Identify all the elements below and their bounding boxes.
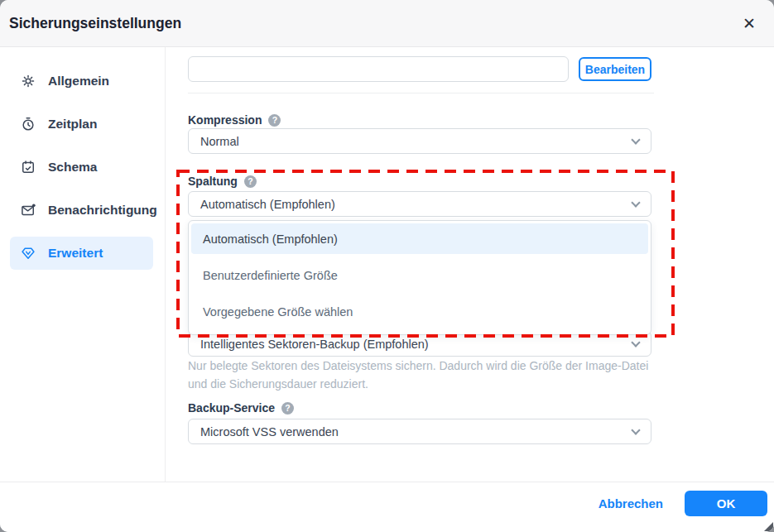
dropdown-option-benutzerdefiniert[interactable]: Benutzerdefinierte Größe (191, 257, 648, 294)
sidebar-item-label: Erweitert (48, 246, 103, 261)
edit-button[interactable]: Bearbeiten (579, 57, 651, 81)
sidebar-item-label: Schema (48, 160, 97, 175)
close-icon[interactable]: ✕ (738, 12, 761, 35)
backup-name-input[interactable] (188, 56, 569, 82)
backup-service-label: Backup-Service (188, 401, 275, 415)
help-icon[interactable]: ? (244, 175, 257, 188)
gem-icon (20, 245, 36, 261)
backup-service-select[interactable]: Microsoft VSS verwenden (188, 419, 651, 444)
help-icon[interactable]: ? (268, 114, 281, 127)
chevron-down-icon (631, 198, 640, 207)
backup-settings-dialog: Sicherungseinstellungen ✕ Allgemein Ze (0, 0, 774, 532)
timer-icon (20, 116, 36, 132)
settings-sidebar: Allgemein Zeitplan Schema (0, 47, 166, 482)
compression-label: Kompression (188, 113, 262, 127)
sidebar-item-label: Allgemein (48, 74, 109, 89)
dialog-header: Sicherungseinstellungen ✕ (0, 0, 774, 47)
sidebar-item-benachrichtigung[interactable]: Benachrichtigung (10, 194, 153, 227)
sidebar-item-erweitert[interactable]: Erweitert (10, 237, 153, 270)
sector-backup-value: Intelligentes Sektoren-Backup (Empfohlen… (200, 338, 632, 351)
splitting-dropdown-panel: Automatisch (Empfohlen) Benutzerdefinier… (188, 220, 651, 335)
calendar-check-icon (20, 159, 36, 175)
backup-service-value: Microsoft VSS verwenden (200, 425, 632, 439)
section-divider (188, 93, 654, 93)
splitting-label-row: Spaltung ? (188, 175, 257, 188)
cancel-button[interactable]: Abbrechen (599, 491, 663, 516)
sidebar-item-zeitplan[interactable]: Zeitplan (10, 108, 153, 141)
sidebar-item-label: Benachrichtigung (48, 203, 157, 218)
chevron-down-icon (631, 135, 640, 144)
sector-backup-description: Nur belegte Sektoren des Dateisystems si… (188, 357, 658, 393)
dialog-footer: Abbrechen OK (0, 482, 774, 532)
dropdown-option-automatisch[interactable]: Automatisch (Empfohlen) (191, 223, 648, 254)
splitting-select[interactable]: Automatisch (Empfohlen) (188, 191, 651, 217)
chevron-down-icon (631, 338, 640, 347)
compression-label-row: Kompression ? (188, 113, 281, 127)
dialog-title: Sicherungseinstellungen (9, 15, 738, 32)
settings-content: Bearbeiten Kompression ? Normal Spaltung… (166, 47, 774, 482)
help-icon[interactable]: ? (281, 402, 294, 415)
ok-button[interactable]: OK (685, 491, 767, 516)
backup-service-label-row: Backup-Service ? (188, 401, 294, 415)
sidebar-item-allgemein[interactable]: Allgemein (10, 65, 153, 98)
resize-grip[interactable] (764, 522, 773, 531)
compression-value: Normal (200, 135, 632, 148)
mail-notification-icon (20, 202, 36, 218)
compression-select[interactable]: Normal (188, 128, 651, 154)
splitting-label: Spaltung (188, 175, 238, 188)
chevron-down-icon (631, 425, 640, 434)
gear-icon (20, 73, 36, 89)
splitting-value: Automatisch (Empfohlen) (200, 198, 632, 211)
sidebar-item-schema[interactable]: Schema (10, 151, 153, 184)
sidebar-item-label: Zeitplan (48, 117, 97, 132)
dropdown-option-vorgegeben[interactable]: Vorgegebene Größe wählen (191, 294, 648, 330)
